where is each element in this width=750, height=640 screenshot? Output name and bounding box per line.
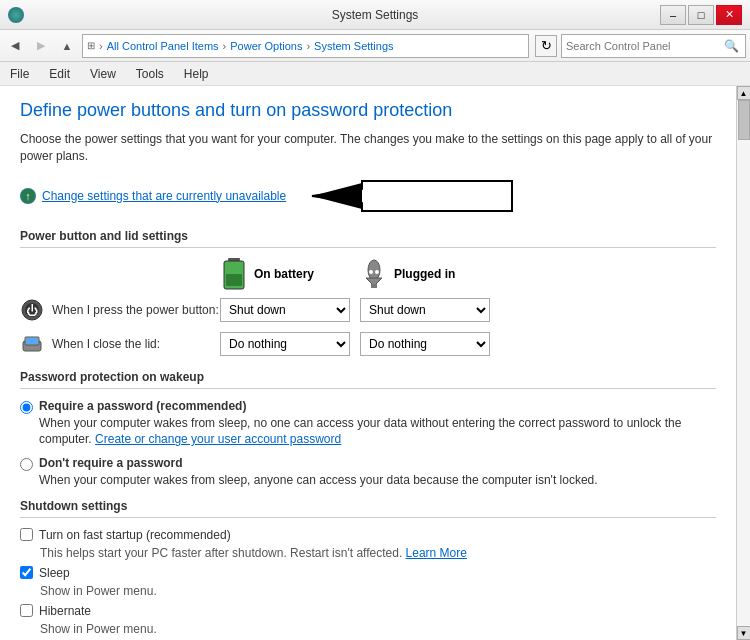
shutdown-section: Shutdown settings Turn on fast startup (… bbox=[20, 499, 716, 640]
require-password-option: Require a password (recommended) When yo… bbox=[20, 399, 716, 449]
battery-icon bbox=[220, 258, 248, 290]
maximize-button[interactable]: □ bbox=[688, 5, 714, 25]
svg-text:↑: ↑ bbox=[25, 190, 31, 202]
create-password-link[interactable]: Create or change your user account passw… bbox=[95, 432, 341, 446]
require-password-radio[interactable] bbox=[20, 401, 33, 414]
nav-bar: ◀ ▶ ▲ ⊞ › All Control Panel Items › Powe… bbox=[0, 30, 750, 62]
menu-tools[interactable]: Tools bbox=[130, 65, 170, 83]
no-password-label: Don't require a password bbox=[39, 456, 598, 470]
no-password-desc: When your computer wakes from sleep, any… bbox=[39, 472, 598, 489]
svg-rect-18 bbox=[26, 338, 38, 344]
title-bar-controls: – □ ✕ bbox=[660, 5, 742, 25]
title-bar: System Settings – □ ✕ bbox=[0, 0, 750, 30]
sleep-checkbox[interactable] bbox=[20, 566, 33, 579]
refresh-button[interactable]: ↻ bbox=[535, 35, 557, 57]
close-button[interactable]: ✕ bbox=[716, 5, 742, 25]
close-lid-battery-select[interactable]: Do nothing Sleep Hibernate Shut down Tur… bbox=[220, 332, 350, 356]
back-button[interactable]: ◀ bbox=[4, 35, 26, 57]
minimize-button[interactable]: – bbox=[660, 5, 686, 25]
hibernate-checkbox[interactable] bbox=[20, 604, 33, 617]
sleep-row: Sleep bbox=[20, 566, 716, 580]
menu-help[interactable]: Help bbox=[178, 65, 215, 83]
no-password-option: Don't require a password When your compu… bbox=[20, 456, 716, 489]
change-settings-icon: ↑ bbox=[20, 188, 36, 204]
forward-button[interactable]: ▶ bbox=[30, 35, 52, 57]
app-icon bbox=[8, 7, 24, 23]
scroll-track bbox=[737, 100, 750, 626]
hibernate-row: Hibernate bbox=[20, 604, 716, 618]
change-settings-row: ↑ Change settings that are currently una… bbox=[20, 177, 716, 215]
hibernate-desc: Show in Power menu. bbox=[40, 622, 716, 636]
no-password-radio[interactable] bbox=[20, 458, 33, 471]
window-title: System Settings bbox=[0, 8, 750, 22]
svg-point-8 bbox=[368, 260, 380, 280]
header-on-battery: On battery bbox=[220, 258, 360, 290]
column-headers: On battery Plugged in bbox=[220, 258, 716, 290]
require-password-label: Require a password (recommended) bbox=[39, 399, 716, 413]
sleep-desc: Show in Power menu. bbox=[40, 584, 716, 598]
page-content: Define power buttons and turn on passwor… bbox=[0, 86, 736, 640]
header-plugged-in: Plugged in bbox=[360, 258, 500, 290]
svg-text:⏻: ⏻ bbox=[26, 303, 38, 317]
section-power-button: Power button and lid settings bbox=[20, 229, 716, 248]
power-button-label: When I press the power button: bbox=[52, 303, 220, 317]
scroll-thumb[interactable] bbox=[738, 100, 750, 140]
close-lid-row: When I close the lid: Do nothing Sleep H… bbox=[20, 332, 716, 356]
search-bar: 🔍 bbox=[561, 34, 746, 58]
power-button-icon: ⏻ bbox=[20, 298, 44, 322]
sleep-label: Sleep bbox=[39, 566, 70, 580]
plug-icon bbox=[360, 258, 388, 290]
page-description: Choose the power settings that you want … bbox=[20, 131, 716, 165]
power-button-row: ⏻ When I press the power button: Shut do… bbox=[20, 298, 716, 322]
learn-more-link[interactable]: Learn More bbox=[406, 546, 467, 560]
fast-startup-row: Turn on fast startup (recommended) bbox=[20, 528, 716, 542]
power-button-battery-select[interactable]: Shut down Sleep Hibernate Turn off the d… bbox=[220, 298, 350, 322]
svg-marker-4 bbox=[312, 183, 362, 209]
fast-startup-checkbox[interactable] bbox=[20, 528, 33, 541]
close-lid-plugged-select[interactable]: Do nothing Sleep Hibernate Shut down Tur… bbox=[360, 332, 490, 356]
breadcrumb-system-settings[interactable]: System Settings bbox=[314, 40, 393, 52]
svg-point-11 bbox=[369, 270, 373, 274]
arrow-graphic bbox=[302, 177, 522, 215]
content-wrapper: Define power buttons and turn on passwor… bbox=[0, 86, 750, 640]
require-password-desc: When your computer wakes from sleep, no … bbox=[39, 415, 716, 449]
search-input[interactable] bbox=[566, 40, 721, 52]
shutdown-section-title: Shutdown settings bbox=[20, 499, 716, 518]
menu-bar: File Edit View Tools Help bbox=[0, 62, 750, 86]
up-button[interactable]: ▲ bbox=[56, 35, 78, 57]
menu-file[interactable]: File bbox=[4, 65, 35, 83]
breadcrumb-control-panel[interactable]: All Control Panel Items bbox=[107, 40, 219, 52]
scroll-up-button[interactable]: ▲ bbox=[737, 86, 751, 100]
fast-startup-desc: This helps start your PC faster after sh… bbox=[40, 546, 716, 560]
page-title: Define power buttons and turn on passwor… bbox=[20, 100, 716, 121]
lid-icon bbox=[20, 332, 44, 356]
change-settings-link[interactable]: Change settings that are currently unava… bbox=[42, 189, 286, 203]
fast-startup-label: Turn on fast startup (recommended) bbox=[39, 528, 231, 542]
hibernate-label: Hibernate bbox=[39, 604, 91, 618]
menu-view[interactable]: View bbox=[84, 65, 122, 83]
power-button-plugged-select[interactable]: Shut down Sleep Hibernate Turn off the d… bbox=[360, 298, 490, 322]
password-section: Password protection on wakeup Require a … bbox=[20, 370, 716, 489]
svg-point-12 bbox=[375, 270, 379, 274]
menu-edit[interactable]: Edit bbox=[43, 65, 76, 83]
address-bar: ⊞ › All Control Panel Items › Power Opti… bbox=[82, 34, 529, 58]
title-bar-left bbox=[8, 7, 24, 23]
search-icon[interactable]: 🔍 bbox=[721, 36, 741, 56]
password-section-title: Password protection on wakeup bbox=[20, 370, 716, 389]
scrollbar: ▲ ▼ bbox=[736, 86, 750, 640]
scroll-down-button[interactable]: ▼ bbox=[737, 626, 751, 640]
svg-rect-7 bbox=[226, 274, 242, 286]
svg-rect-10 bbox=[371, 284, 377, 288]
breadcrumb-power-options[interactable]: Power Options bbox=[230, 40, 302, 52]
close-lid-label: When I close the lid: bbox=[52, 337, 220, 351]
